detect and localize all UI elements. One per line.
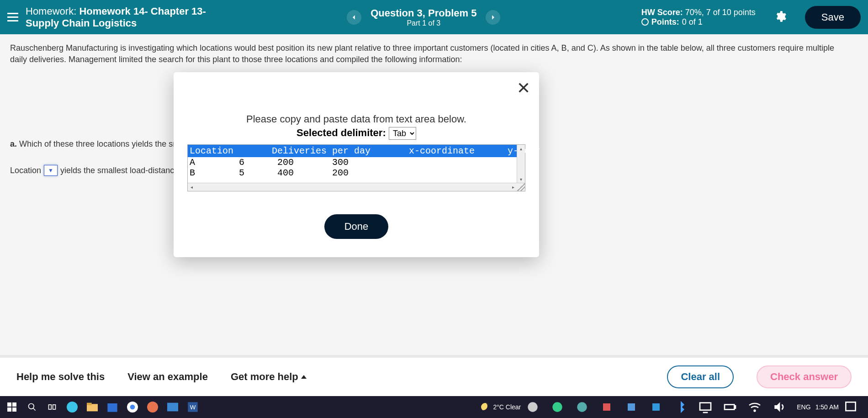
svg-rect-25	[735, 406, 736, 408]
data-header-row: Location Deliveries per day x-coordinate…	[188, 145, 525, 157]
homework-name-line1: Homework 14- Chapter 13-	[79, 5, 206, 17]
points-value: 0 of 1	[682, 17, 703, 27]
word-icon[interactable]: W	[185, 400, 200, 414]
tray-icon-6[interactable]	[649, 400, 663, 414]
tray-icon-5[interactable]	[624, 400, 639, 414]
edge-icon[interactable]	[65, 400, 79, 414]
delimiter-select[interactable]: Tab	[389, 127, 416, 140]
language-indicator[interactable]: ENG	[797, 403, 810, 411]
svg-point-11	[130, 405, 135, 410]
scroll-down-icon[interactable]: ▾	[517, 175, 525, 183]
tray-icon-1[interactable]	[525, 400, 540, 414]
svg-rect-13	[167, 403, 178, 412]
homework-title: Homework: Homework 14- Chapter 13- Suppl…	[26, 5, 206, 29]
moon-icon	[481, 403, 489, 411]
settings-button[interactable]	[774, 10, 787, 25]
prev-question-button[interactable]	[347, 10, 361, 25]
get-more-help-link[interactable]: Get more help	[231, 371, 307, 383]
svg-rect-9	[107, 403, 117, 412]
monitor-icon[interactable]	[698, 400, 713, 414]
scroll-up-icon[interactable]: ▴	[517, 145, 525, 152]
weather-widget[interactable]: 2°C Clear	[481, 403, 521, 411]
volume-icon[interactable]	[772, 400, 787, 414]
question-nav: Question 3, Problem 5 Part 1 of 3	[206, 7, 641, 27]
score-panel: HW Score: 70%, 7 of 10 points Points: 0 …	[641, 8, 756, 27]
svg-point-26	[754, 410, 756, 412]
windows-taskbar: W 2°C Clear ENG 1:50 AM	[0, 396, 868, 418]
svg-rect-22	[700, 403, 711, 410]
svg-rect-8	[87, 403, 92, 405]
svg-line-3	[33, 408, 36, 411]
photos-icon[interactable]	[165, 400, 180, 414]
points-icon	[641, 18, 649, 26]
close-icon	[517, 88, 530, 95]
hw-score-label: HW Score:	[641, 8, 683, 17]
tray-icon-2[interactable]	[550, 400, 565, 414]
app-header: Homework: Homework 14- Chapter 13- Suppl…	[0, 0, 868, 34]
check-answer-button[interactable]: Check answer	[757, 365, 852, 388]
app-icon-1[interactable]	[145, 400, 160, 414]
location-dropdown[interactable]: ▼	[44, 165, 58, 176]
notifications-icon[interactable]	[843, 400, 858, 414]
clock[interactable]: 1:50 AM	[815, 403, 839, 411]
points-label: Points:	[651, 17, 679, 27]
weather-text: 2°C Clear	[493, 403, 521, 411]
vertical-scrollbar[interactable]: ▴ ▾	[517, 145, 525, 183]
wifi-icon[interactable]	[747, 400, 762, 414]
footer-bar: Help me solve this View an example Get m…	[0, 355, 868, 396]
save-button[interactable]: Save	[805, 6, 861, 29]
tray-icon-3[interactable]	[575, 400, 589, 414]
svg-rect-24	[725, 405, 734, 410]
scroll-right-icon[interactable]: ▸	[509, 185, 517, 190]
part-a-prefix: a.	[10, 139, 17, 148]
data-modal: Please copy and paste data from text are…	[174, 72, 539, 257]
start-button[interactable]	[5, 400, 19, 414]
svg-point-6	[67, 402, 78, 413]
horizontal-scrollbar[interactable]: ◂ ▸	[188, 183, 525, 191]
svg-rect-20	[628, 403, 635, 411]
store-icon[interactable]	[105, 400, 120, 414]
question-part: Part 1 of 3	[370, 19, 476, 27]
homework-label: Homework:	[26, 5, 76, 17]
windows-icon	[7, 402, 16, 412]
question-info: Question 3, Problem 5 Part 1 of 3	[370, 7, 476, 27]
chrome-icon[interactable]	[125, 400, 140, 414]
part-a-text: Which of these three locations yields th…	[19, 139, 196, 148]
scroll-left-icon[interactable]: ◂	[188, 185, 195, 190]
close-modal-button[interactable]	[517, 81, 530, 96]
help-solve-link[interactable]: Help me solve this	[16, 371, 105, 383]
question-title: Question 3, Problem 5	[370, 7, 476, 19]
data-textarea[interactable]: Location Deliveries per day x-coordinate…	[187, 144, 525, 191]
svg-rect-21	[652, 403, 660, 411]
svg-rect-19	[603, 403, 610, 411]
search-button[interactable]	[25, 400, 39, 414]
svg-rect-4	[49, 405, 52, 409]
hw-score-value: 70%, 7 of 10 points	[685, 8, 756, 17]
view-example-link[interactable]: View an example	[127, 371, 208, 383]
next-question-button[interactable]	[486, 10, 500, 25]
svg-point-12	[147, 402, 158, 413]
svg-rect-5	[53, 405, 56, 409]
clear-all-button[interactable]: Clear all	[667, 365, 734, 388]
done-button[interactable]: Done	[324, 214, 389, 239]
svg-rect-27	[846, 402, 855, 411]
battery-icon[interactable]	[723, 400, 737, 414]
caret-up-icon	[301, 375, 307, 379]
get-more-help-label: Get more help	[231, 371, 298, 383]
tray-icon-4[interactable]	[599, 400, 614, 414]
gear-icon	[774, 16, 787, 24]
system-tray: ENG 1:50 AM	[525, 400, 863, 414]
svg-text:W: W	[190, 404, 196, 411]
delimiter-label: Selected delimiter:	[296, 127, 386, 138]
file-explorer-icon[interactable]	[85, 400, 100, 414]
svg-point-2	[29, 404, 34, 409]
task-view-button[interactable]	[45, 400, 59, 414]
bluetooth-icon[interactable]	[673, 400, 688, 414]
resize-handle-icon[interactable]	[517, 183, 525, 191]
svg-point-16	[528, 402, 538, 412]
homework-name-line2: Supply Chain Logistics	[26, 17, 206, 29]
svg-point-17	[553, 402, 562, 412]
data-body[interactable]: A 6 200 300 B 5 400 200	[188, 157, 525, 183]
menu-icon[interactable]	[7, 13, 18, 21]
problem-statement: Rauschenberg Manufacturing is investigat…	[10, 42, 846, 65]
